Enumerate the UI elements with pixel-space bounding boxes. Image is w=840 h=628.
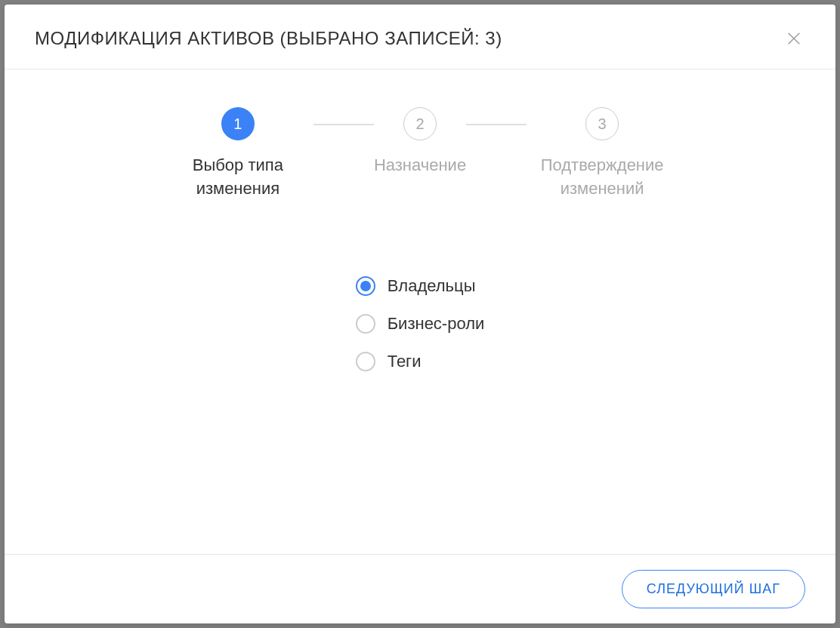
modal-body: 1 Выбор типа изменения 2 Назначение 3 По… <box>5 69 835 554</box>
step-1-circle: 1 <box>221 107 255 140</box>
step-3-circle: 3 <box>585 107 619 140</box>
stepper: 1 Выбор типа изменения 2 Назначение 3 По… <box>156 107 684 201</box>
radio-circle-icon <box>356 276 375 296</box>
step-1-label: Выбор типа изменения <box>162 154 313 201</box>
step-connector <box>466 124 527 125</box>
step-2-label: Назначение <box>374 154 466 177</box>
modal-dialog: МОДИФИКАЦИЯ АКТИВОВ (ВЫБРАНО ЗАПИСЕЙ: 3)… <box>5 5 835 623</box>
radio-business-roles[interactable]: Бизнес-роли <box>356 314 485 334</box>
radio-owners[interactable]: Владельцы <box>356 276 476 296</box>
step-1: 1 Выбор типа изменения <box>162 107 313 201</box>
modal-footer: СЛЕДУЮЩИЙ ШАГ <box>5 554 835 623</box>
modal-title: МОДИФИКАЦИЯ АКТИВОВ (ВЫБРАНО ЗАПИСЕЙ: 3) <box>35 28 502 49</box>
step-3: 3 Подтверждение изменений <box>527 107 678 201</box>
modal-header: МОДИФИКАЦИЯ АКТИВОВ (ВЫБРАНО ЗАПИСЕЙ: 3) <box>5 5 835 69</box>
close-icon <box>786 30 802 47</box>
radio-group: Владельцы Бизнес-роли Теги <box>356 276 485 371</box>
next-step-button[interactable]: СЛЕДУЮЩИЙ ШАГ <box>622 570 805 608</box>
step-2-circle: 2 <box>403 107 437 140</box>
step-2: 2 Назначение <box>374 107 466 177</box>
close-button[interactable] <box>783 27 805 50</box>
radio-tags-label: Теги <box>388 352 422 371</box>
step-connector <box>313 124 374 125</box>
radio-tags[interactable]: Теги <box>356 352 422 371</box>
radio-business-roles-label: Бизнес-роли <box>388 314 485 334</box>
radio-owners-label: Владельцы <box>388 276 476 296</box>
radio-circle-icon <box>356 352 375 371</box>
radio-circle-icon <box>356 314 375 334</box>
step-3-label: Подтверждение изменений <box>527 154 678 201</box>
